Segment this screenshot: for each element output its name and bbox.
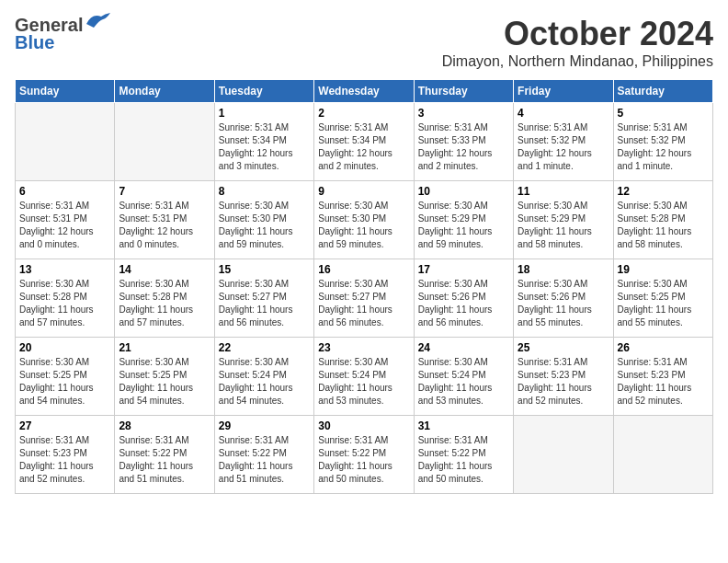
calendar-cell: 23Sunrise: 5:30 AM Sunset: 5:24 PM Dayli… — [314, 338, 414, 416]
calendar-cell: 12Sunrise: 5:30 AM Sunset: 5:28 PM Dayli… — [613, 181, 712, 259]
day-number: 2 — [318, 107, 409, 120]
day-info: Sunrise: 5:30 AM Sunset: 5:24 PM Dayligh… — [318, 356, 409, 408]
calendar-cell: 4Sunrise: 5:31 AM Sunset: 5:32 PM Daylig… — [514, 103, 613, 181]
day-number: 31 — [418, 419, 509, 432]
day-info: Sunrise: 5:31 AM Sunset: 5:32 PM Dayligh… — [618, 121, 709, 173]
day-number: 8 — [219, 185, 310, 198]
calendar-cell — [115, 103, 214, 181]
day-info: Sunrise: 5:30 AM Sunset: 5:29 PM Dayligh… — [518, 200, 609, 251]
calendar-cell: 26Sunrise: 5:31 AM Sunset: 5:23 PM Dayli… — [613, 338, 712, 416]
day-info: Sunrise: 5:30 AM Sunset: 5:28 PM Dayligh… — [618, 200, 709, 251]
day-number: 22 — [219, 341, 310, 354]
calendar-cell: 5Sunrise: 5:31 AM Sunset: 5:32 PM Daylig… — [613, 103, 712, 181]
day-number: 12 — [618, 185, 709, 198]
day-number: 7 — [119, 185, 210, 198]
location-subtitle: Dimayon, Northern Mindanao, Philippines — [442, 53, 713, 70]
calendar-header-wednesday: Wednesday — [314, 80, 414, 103]
calendar-cell: 21Sunrise: 5:30 AM Sunset: 5:25 PM Dayli… — [115, 338, 214, 416]
page-header: General Blue October 2024 Dimayon, North… — [15, 15, 713, 70]
calendar-week-row: 1Sunrise: 5:31 AM Sunset: 5:34 PM Daylig… — [16, 103, 713, 181]
calendar-header-sunday: Sunday — [16, 80, 115, 103]
calendar-cell: 17Sunrise: 5:30 AM Sunset: 5:26 PM Dayli… — [414, 259, 513, 338]
calendar-cell: 24Sunrise: 5:30 AM Sunset: 5:24 PM Dayli… — [414, 338, 513, 416]
calendar-cell — [514, 416, 613, 494]
calendar-header-friday: Friday — [514, 80, 613, 103]
calendar-cell: 1Sunrise: 5:31 AM Sunset: 5:34 PM Daylig… — [214, 103, 313, 181]
calendar-cell: 3Sunrise: 5:31 AM Sunset: 5:33 PM Daylig… — [414, 103, 513, 181]
logo: General Blue — [15, 15, 112, 53]
day-number: 28 — [119, 419, 210, 432]
day-number: 26 — [618, 341, 709, 354]
calendar-cell: 27Sunrise: 5:31 AM Sunset: 5:23 PM Dayli… — [16, 416, 115, 494]
calendar-week-row: 13Sunrise: 5:30 AM Sunset: 5:28 PM Dayli… — [16, 259, 713, 338]
title-block: October 2024 Dimayon, Northern Mindanao,… — [442, 15, 713, 70]
day-info: Sunrise: 5:30 AM Sunset: 5:26 PM Dayligh… — [418, 278, 509, 329]
calendar-cell: 22Sunrise: 5:30 AM Sunset: 5:24 PM Dayli… — [214, 338, 313, 416]
day-number: 20 — [19, 341, 110, 354]
day-number: 23 — [318, 341, 409, 354]
calendar-cell — [613, 416, 712, 494]
calendar-header-row: SundayMondayTuesdayWednesdayThursdayFrid… — [16, 80, 713, 103]
day-number: 29 — [219, 419, 310, 432]
calendar-cell: 15Sunrise: 5:30 AM Sunset: 5:27 PM Dayli… — [214, 259, 313, 338]
day-info: Sunrise: 5:30 AM Sunset: 5:25 PM Dayligh… — [119, 356, 210, 408]
calendar-cell: 11Sunrise: 5:30 AM Sunset: 5:29 PM Dayli… — [514, 181, 613, 259]
calendar-cell: 31Sunrise: 5:31 AM Sunset: 5:22 PM Dayli… — [414, 416, 513, 494]
day-info: Sunrise: 5:31 AM Sunset: 5:22 PM Dayligh… — [318, 434, 409, 486]
calendar-cell: 10Sunrise: 5:30 AM Sunset: 5:29 PM Dayli… — [414, 181, 513, 259]
day-number: 3 — [418, 107, 509, 120]
day-number: 24 — [418, 341, 509, 354]
day-number: 6 — [19, 185, 110, 198]
calendar-cell: 20Sunrise: 5:30 AM Sunset: 5:25 PM Dayli… — [16, 338, 115, 416]
calendar-cell: 30Sunrise: 5:31 AM Sunset: 5:22 PM Dayli… — [314, 416, 414, 494]
calendar-cell: 14Sunrise: 5:30 AM Sunset: 5:28 PM Dayli… — [115, 259, 214, 338]
day-info: Sunrise: 5:31 AM Sunset: 5:23 PM Dayligh… — [518, 356, 609, 408]
logo-blue: Blue — [15, 32, 54, 53]
day-info: Sunrise: 5:30 AM Sunset: 5:27 PM Dayligh… — [318, 278, 409, 329]
day-info: Sunrise: 5:30 AM Sunset: 5:29 PM Dayligh… — [418, 200, 509, 251]
day-info: Sunrise: 5:31 AM Sunset: 5:23 PM Dayligh… — [618, 356, 709, 408]
calendar-week-row: 6Sunrise: 5:31 AM Sunset: 5:31 PM Daylig… — [16, 181, 713, 259]
day-number: 4 — [518, 107, 609, 120]
calendar-cell: 29Sunrise: 5:31 AM Sunset: 5:22 PM Dayli… — [214, 416, 313, 494]
calendar-cell: 25Sunrise: 5:31 AM Sunset: 5:23 PM Dayli… — [514, 338, 613, 416]
day-number: 17 — [418, 263, 509, 276]
calendar-header-tuesday: Tuesday — [214, 80, 313, 103]
day-number: 19 — [618, 263, 709, 276]
calendar-cell — [16, 103, 115, 181]
calendar-cell: 18Sunrise: 5:30 AM Sunset: 5:26 PM Dayli… — [514, 259, 613, 338]
day-info: Sunrise: 5:31 AM Sunset: 5:22 PM Dayligh… — [119, 434, 210, 486]
day-info: Sunrise: 5:31 AM Sunset: 5:31 PM Dayligh… — [119, 200, 210, 251]
day-info: Sunrise: 5:30 AM Sunset: 5:30 PM Dayligh… — [318, 200, 409, 251]
day-info: Sunrise: 5:30 AM Sunset: 5:26 PM Dayligh… — [518, 278, 609, 329]
day-number: 15 — [219, 263, 310, 276]
calendar-cell: 9Sunrise: 5:30 AM Sunset: 5:30 PM Daylig… — [314, 181, 414, 259]
day-info: Sunrise: 5:30 AM Sunset: 5:24 PM Dayligh… — [418, 356, 509, 408]
calendar-cell: 8Sunrise: 5:30 AM Sunset: 5:30 PM Daylig… — [214, 181, 313, 259]
day-info: Sunrise: 5:31 AM Sunset: 5:22 PM Dayligh… — [219, 434, 310, 486]
day-info: Sunrise: 5:31 AM Sunset: 5:23 PM Dayligh… — [19, 434, 110, 486]
calendar-cell: 28Sunrise: 5:31 AM Sunset: 5:22 PM Dayli… — [115, 416, 214, 494]
logo-bird-icon — [85, 11, 112, 31]
day-number: 9 — [318, 185, 409, 198]
day-info: Sunrise: 5:31 AM Sunset: 5:32 PM Dayligh… — [518, 121, 609, 173]
calendar-header-monday: Monday — [115, 80, 214, 103]
day-info: Sunrise: 5:30 AM Sunset: 5:28 PM Dayligh… — [19, 278, 110, 329]
day-info: Sunrise: 5:31 AM Sunset: 5:34 PM Dayligh… — [219, 121, 310, 173]
day-info: Sunrise: 5:30 AM Sunset: 5:25 PM Dayligh… — [618, 278, 709, 329]
calendar-cell: 16Sunrise: 5:30 AM Sunset: 5:27 PM Dayli… — [314, 259, 414, 338]
day-info: Sunrise: 5:30 AM Sunset: 5:27 PM Dayligh… — [219, 278, 310, 329]
day-info: Sunrise: 5:30 AM Sunset: 5:30 PM Dayligh… — [219, 200, 310, 251]
day-number: 14 — [119, 263, 210, 276]
day-info: Sunrise: 5:30 AM Sunset: 5:28 PM Dayligh… — [119, 278, 210, 329]
month-title: October 2024 — [442, 15, 713, 53]
day-number: 10 — [418, 185, 509, 198]
day-number: 11 — [518, 185, 609, 198]
calendar-cell: 19Sunrise: 5:30 AM Sunset: 5:25 PM Dayli… — [613, 259, 712, 338]
day-number: 25 — [518, 341, 609, 354]
day-number: 18 — [518, 263, 609, 276]
calendar-week-row: 27Sunrise: 5:31 AM Sunset: 5:23 PM Dayli… — [16, 416, 713, 494]
calendar-cell: 6Sunrise: 5:31 AM Sunset: 5:31 PM Daylig… — [16, 181, 115, 259]
day-info: Sunrise: 5:30 AM Sunset: 5:24 PM Dayligh… — [219, 356, 310, 408]
day-number: 13 — [19, 263, 110, 276]
